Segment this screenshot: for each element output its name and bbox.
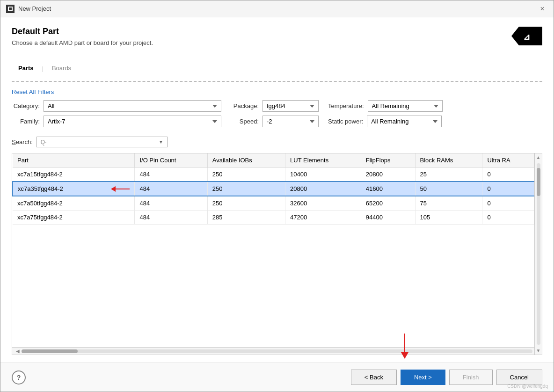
title-bar: New Project × (0, 0, 554, 17)
v-scroll-track (537, 163, 540, 345)
cell-ultra-ra: 0 (482, 181, 534, 196)
header-section: Default Part Choose a default AMD part o… (0, 17, 554, 54)
cell-flipflops: 41600 (361, 181, 415, 196)
search-input[interactable] (48, 138, 158, 145)
cell-available-iobs: 250 (207, 167, 285, 182)
vertical-scrollbar[interactable]: ▲ ▼ (534, 153, 542, 355)
table-row[interactable]: xc7a35tfgg484-24842502080041600500 (13, 181, 541, 196)
package-label: Package: (231, 102, 259, 109)
category-select[interactable]: All (44, 100, 221, 112)
amd-logo-container: ⊿ (519, 27, 542, 45)
speed-filter: Speed: -2 (231, 116, 319, 127)
col-block-rams: Block RAMs (415, 153, 482, 167)
finish-button[interactable]: Finish (449, 370, 493, 385)
cell-ultra-ra: 0 (482, 211, 534, 225)
table-header-row: Part I/O Pin Count Available IOBs LUT El… (13, 153, 541, 167)
package-select[interactable]: fgg484 (262, 100, 319, 112)
cell-lut-elements: 20800 (285, 181, 361, 196)
scroll-down-arrow[interactable]: ▼ (535, 347, 542, 355)
tab-bar: Parts | Boards (12, 62, 542, 75)
cell-block-rams: 50 (415, 181, 482, 196)
filters-container: Reset All Filters Category: All Package:… (12, 88, 542, 131)
scroll-up-arrow[interactable]: ▲ (535, 153, 542, 161)
col-ultra-ra: Ultra RA (482, 153, 534, 167)
cell-block-rams: 25 (415, 167, 482, 182)
col-part: Part (13, 153, 135, 167)
col-lut-elements: LUT Elements (285, 153, 361, 167)
search-row: Search: Q· ▼ (12, 137, 542, 147)
close-button[interactable]: × (537, 3, 548, 15)
filters-row-2: Family: Artix-7 Speed: -2 Static power: … (12, 116, 542, 127)
watermark: CSDN @weifengdq (507, 384, 548, 389)
col-flipflops: FlipFlops (361, 153, 415, 167)
cell-part: xc7a50tfgg484-2 (13, 196, 135, 211)
cell-available-iobs: 250 (207, 181, 285, 196)
v-scroll-thumb[interactable] (537, 168, 540, 196)
main-content: Parts | Boards Reset All Filters Categor… (0, 54, 554, 363)
temperature-select[interactable]: All Remaining (368, 100, 443, 112)
package-filter: Package: fgg484 (231, 100, 319, 112)
search-input-wrap: Q· ▼ (36, 137, 168, 147)
app-icon (6, 5, 15, 13)
parts-table: Part I/O Pin Count Available IOBs LUT El… (12, 153, 542, 225)
footer: ? < Back Next > Finish Cancel (0, 363, 554, 392)
page-subtitle: Choose a default AMD part or board for y… (12, 39, 153, 46)
family-filter: Family: Artix-7 (12, 116, 221, 127)
col-io-pin-count: I/O Pin Count (135, 153, 207, 167)
cell-flipflops: 65200 (361, 196, 415, 211)
tab-parts[interactable]: Parts (12, 62, 40, 75)
filters-row-1: Category: All Package: fgg484 Temperatur… (12, 100, 542, 112)
col-available-iobs: Available IOBs (207, 153, 285, 167)
table-row[interactable]: xc7a50tfgg484-24842503260065200750 (13, 196, 541, 211)
reset-all-filters-link[interactable]: Reset All Filters (12, 88, 54, 95)
dialog-title: New Project (18, 5, 51, 12)
temperature-filter: Temperature: All Remaining (328, 100, 443, 112)
cell-io-pin-count: 484 (135, 196, 207, 211)
category-filter: Category: All (12, 100, 221, 112)
cancel-button[interactable]: Cancel (496, 370, 542, 385)
tab-underline (12, 81, 542, 82)
table-row[interactable]: xc7a75tfgg484-248428547200944001050 (13, 211, 541, 225)
cell-ultra-ra: 0 (482, 167, 534, 182)
cell-available-iobs: 285 (207, 211, 285, 225)
cell-lut-elements: 47200 (285, 211, 361, 225)
cell-available-iobs: 250 (207, 196, 285, 211)
next-button[interactable]: Next > (401, 370, 445, 385)
tab-separator: | (40, 65, 45, 72)
tab-boards[interactable]: Boards (45, 62, 78, 75)
family-select[interactable]: Artix-7 (44, 116, 221, 127)
help-button[interactable]: ? (12, 370, 26, 385)
speed-select[interactable]: -2 (262, 116, 319, 127)
page-title: Default Part (12, 27, 153, 36)
scroll-left-arrow[interactable]: ◀ (14, 348, 22, 355)
temperature-label: Temperature: (328, 102, 364, 109)
cell-io-pin-count: 484 (135, 167, 207, 182)
back-button[interactable]: < Back (351, 370, 397, 385)
cell-part: xc7a35tfgg484-2 (13, 181, 135, 196)
static-power-filter: Static power: All Remaining (328, 116, 442, 127)
cell-lut-elements: 32600 (285, 196, 361, 211)
h-scroll-thumb[interactable] (22, 349, 78, 353)
parts-table-container: Part I/O Pin Count Available IOBs LUT El… (12, 153, 542, 355)
cell-flipflops: 94400 (361, 211, 415, 225)
cell-io-pin-count: 484 (135, 211, 207, 225)
parts-table-scroll[interactable]: Part I/O Pin Count Available IOBs LUT El… (12, 153, 542, 347)
search-icon: Q· (41, 139, 47, 145)
search-dropdown-button[interactable]: ▼ (159, 139, 163, 145)
speed-label: Speed: (231, 118, 259, 125)
cell-part: xc7a75tfgg484-2 (13, 211, 135, 225)
title-bar-left: New Project (6, 5, 51, 13)
header-text: Default Part Choose a default AMD part o… (12, 27, 153, 46)
category-label: Category: (12, 102, 40, 109)
cell-part: xc7a15tfgg484-2 (13, 167, 135, 182)
static-power-select[interactable]: All Remaining (367, 116, 442, 127)
search-label: Search: (12, 138, 33, 145)
cell-lut-elements: 10400 (285, 167, 361, 182)
table-row[interactable]: xc7a15tfgg484-24842501040020800250 (13, 167, 541, 182)
horizontal-scrollbar[interactable]: ◀ ▶ (12, 347, 542, 355)
svg-text:⊿: ⊿ (523, 32, 530, 42)
cell-io-pin-count: 484 (135, 181, 207, 196)
h-scroll-track (22, 349, 532, 353)
amd-logo: ⊿ (519, 27, 542, 45)
cell-block-rams: 75 (415, 196, 482, 211)
